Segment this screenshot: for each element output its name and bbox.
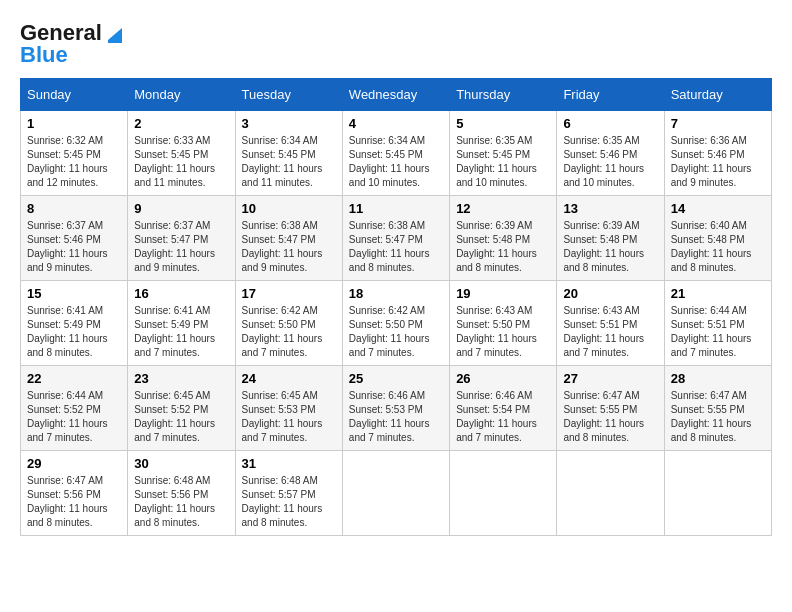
day-number: 8 xyxy=(27,201,121,216)
day-number: 20 xyxy=(563,286,657,301)
svg-rect-1 xyxy=(108,40,122,43)
day-number: 28 xyxy=(671,371,765,386)
day-cell: 20 Sunrise: 6:43 AM Sunset: 5:51 PM Dayl… xyxy=(557,281,664,366)
day-cell: 21 Sunrise: 6:44 AM Sunset: 5:51 PM Dayl… xyxy=(664,281,771,366)
day-number: 29 xyxy=(27,456,121,471)
day-info: Sunrise: 6:47 AM Sunset: 5:55 PM Dayligh… xyxy=(563,389,657,445)
day-cell: 4 Sunrise: 6:34 AM Sunset: 5:45 PM Dayli… xyxy=(342,111,449,196)
day-info: Sunrise: 6:41 AM Sunset: 5:49 PM Dayligh… xyxy=(134,304,228,360)
day-info: Sunrise: 6:40 AM Sunset: 5:48 PM Dayligh… xyxy=(671,219,765,275)
calendar-table: SundayMondayTuesdayWednesdayThursdayFrid… xyxy=(20,78,772,536)
day-number: 31 xyxy=(242,456,336,471)
day-cell: 15 Sunrise: 6:41 AM Sunset: 5:49 PM Dayl… xyxy=(21,281,128,366)
day-number: 12 xyxy=(456,201,550,216)
day-cell xyxy=(342,451,449,536)
day-cell: 28 Sunrise: 6:47 AM Sunset: 5:55 PM Dayl… xyxy=(664,366,771,451)
day-number: 15 xyxy=(27,286,121,301)
day-header-wednesday: Wednesday xyxy=(342,79,449,111)
day-info: Sunrise: 6:37 AM Sunset: 5:46 PM Dayligh… xyxy=(27,219,121,275)
day-number: 14 xyxy=(671,201,765,216)
day-header-friday: Friday xyxy=(557,79,664,111)
day-number: 6 xyxy=(563,116,657,131)
day-cell: 9 Sunrise: 6:37 AM Sunset: 5:47 PM Dayli… xyxy=(128,196,235,281)
day-cell: 23 Sunrise: 6:45 AM Sunset: 5:52 PM Dayl… xyxy=(128,366,235,451)
day-cell: 3 Sunrise: 6:34 AM Sunset: 5:45 PM Dayli… xyxy=(235,111,342,196)
header-row: SundayMondayTuesdayWednesdayThursdayFrid… xyxy=(21,79,772,111)
day-cell: 30 Sunrise: 6:48 AM Sunset: 5:56 PM Dayl… xyxy=(128,451,235,536)
day-info: Sunrise: 6:47 AM Sunset: 5:55 PM Dayligh… xyxy=(671,389,765,445)
day-number: 21 xyxy=(671,286,765,301)
day-cell: 26 Sunrise: 6:46 AM Sunset: 5:54 PM Dayl… xyxy=(450,366,557,451)
day-info: Sunrise: 6:45 AM Sunset: 5:52 PM Dayligh… xyxy=(134,389,228,445)
day-cell: 11 Sunrise: 6:38 AM Sunset: 5:47 PM Dayl… xyxy=(342,196,449,281)
day-number: 23 xyxy=(134,371,228,386)
day-number: 7 xyxy=(671,116,765,131)
day-info: Sunrise: 6:44 AM Sunset: 5:51 PM Dayligh… xyxy=(671,304,765,360)
day-info: Sunrise: 6:48 AM Sunset: 5:57 PM Dayligh… xyxy=(242,474,336,530)
day-number: 26 xyxy=(456,371,550,386)
logo-icon xyxy=(104,22,126,44)
day-number: 13 xyxy=(563,201,657,216)
day-info: Sunrise: 6:48 AM Sunset: 5:56 PM Dayligh… xyxy=(134,474,228,530)
day-cell: 2 Sunrise: 6:33 AM Sunset: 5:45 PM Dayli… xyxy=(128,111,235,196)
day-cell: 24 Sunrise: 6:45 AM Sunset: 5:53 PM Dayl… xyxy=(235,366,342,451)
day-info: Sunrise: 6:34 AM Sunset: 5:45 PM Dayligh… xyxy=(349,134,443,190)
day-info: Sunrise: 6:46 AM Sunset: 5:54 PM Dayligh… xyxy=(456,389,550,445)
day-cell: 14 Sunrise: 6:40 AM Sunset: 5:48 PM Dayl… xyxy=(664,196,771,281)
day-number: 4 xyxy=(349,116,443,131)
day-number: 18 xyxy=(349,286,443,301)
day-cell: 12 Sunrise: 6:39 AM Sunset: 5:48 PM Dayl… xyxy=(450,196,557,281)
day-cell: 6 Sunrise: 6:35 AM Sunset: 5:46 PM Dayli… xyxy=(557,111,664,196)
logo-blue: Blue xyxy=(20,42,68,68)
day-number: 3 xyxy=(242,116,336,131)
logo: General Blue xyxy=(20,20,126,68)
day-info: Sunrise: 6:38 AM Sunset: 5:47 PM Dayligh… xyxy=(349,219,443,275)
day-cell: 18 Sunrise: 6:42 AM Sunset: 5:50 PM Dayl… xyxy=(342,281,449,366)
day-number: 9 xyxy=(134,201,228,216)
day-cell: 1 Sunrise: 6:32 AM Sunset: 5:45 PM Dayli… xyxy=(21,111,128,196)
day-cell xyxy=(450,451,557,536)
day-number: 10 xyxy=(242,201,336,216)
day-number: 17 xyxy=(242,286,336,301)
week-row-4: 22 Sunrise: 6:44 AM Sunset: 5:52 PM Dayl… xyxy=(21,366,772,451)
day-cell: 22 Sunrise: 6:44 AM Sunset: 5:52 PM Dayl… xyxy=(21,366,128,451)
day-cell: 27 Sunrise: 6:47 AM Sunset: 5:55 PM Dayl… xyxy=(557,366,664,451)
day-cell: 13 Sunrise: 6:39 AM Sunset: 5:48 PM Dayl… xyxy=(557,196,664,281)
day-number: 22 xyxy=(27,371,121,386)
day-cell xyxy=(557,451,664,536)
week-row-3: 15 Sunrise: 6:41 AM Sunset: 5:49 PM Dayl… xyxy=(21,281,772,366)
day-info: Sunrise: 6:35 AM Sunset: 5:46 PM Dayligh… xyxy=(563,134,657,190)
day-info: Sunrise: 6:41 AM Sunset: 5:49 PM Dayligh… xyxy=(27,304,121,360)
day-info: Sunrise: 6:45 AM Sunset: 5:53 PM Dayligh… xyxy=(242,389,336,445)
day-info: Sunrise: 6:42 AM Sunset: 5:50 PM Dayligh… xyxy=(242,304,336,360)
day-info: Sunrise: 6:46 AM Sunset: 5:53 PM Dayligh… xyxy=(349,389,443,445)
day-info: Sunrise: 6:42 AM Sunset: 5:50 PM Dayligh… xyxy=(349,304,443,360)
day-info: Sunrise: 6:44 AM Sunset: 5:52 PM Dayligh… xyxy=(27,389,121,445)
day-cell: 29 Sunrise: 6:47 AM Sunset: 5:56 PM Dayl… xyxy=(21,451,128,536)
day-number: 16 xyxy=(134,286,228,301)
day-number: 27 xyxy=(563,371,657,386)
day-cell: 8 Sunrise: 6:37 AM Sunset: 5:46 PM Dayli… xyxy=(21,196,128,281)
day-cell: 7 Sunrise: 6:36 AM Sunset: 5:46 PM Dayli… xyxy=(664,111,771,196)
day-number: 24 xyxy=(242,371,336,386)
day-info: Sunrise: 6:43 AM Sunset: 5:51 PM Dayligh… xyxy=(563,304,657,360)
day-header-monday: Monday xyxy=(128,79,235,111)
day-cell: 17 Sunrise: 6:42 AM Sunset: 5:50 PM Dayl… xyxy=(235,281,342,366)
day-info: Sunrise: 6:32 AM Sunset: 5:45 PM Dayligh… xyxy=(27,134,121,190)
week-row-1: 1 Sunrise: 6:32 AM Sunset: 5:45 PM Dayli… xyxy=(21,111,772,196)
day-info: Sunrise: 6:43 AM Sunset: 5:50 PM Dayligh… xyxy=(456,304,550,360)
day-number: 5 xyxy=(456,116,550,131)
day-number: 25 xyxy=(349,371,443,386)
header: General Blue xyxy=(20,20,772,68)
day-header-sunday: Sunday xyxy=(21,79,128,111)
day-info: Sunrise: 6:47 AM Sunset: 5:56 PM Dayligh… xyxy=(27,474,121,530)
day-header-saturday: Saturday xyxy=(664,79,771,111)
day-cell: 16 Sunrise: 6:41 AM Sunset: 5:49 PM Dayl… xyxy=(128,281,235,366)
day-cell: 31 Sunrise: 6:48 AM Sunset: 5:57 PM Dayl… xyxy=(235,451,342,536)
day-number: 30 xyxy=(134,456,228,471)
day-cell xyxy=(664,451,771,536)
week-row-2: 8 Sunrise: 6:37 AM Sunset: 5:46 PM Dayli… xyxy=(21,196,772,281)
day-info: Sunrise: 6:34 AM Sunset: 5:45 PM Dayligh… xyxy=(242,134,336,190)
week-row-5: 29 Sunrise: 6:47 AM Sunset: 5:56 PM Dayl… xyxy=(21,451,772,536)
day-header-thursday: Thursday xyxy=(450,79,557,111)
